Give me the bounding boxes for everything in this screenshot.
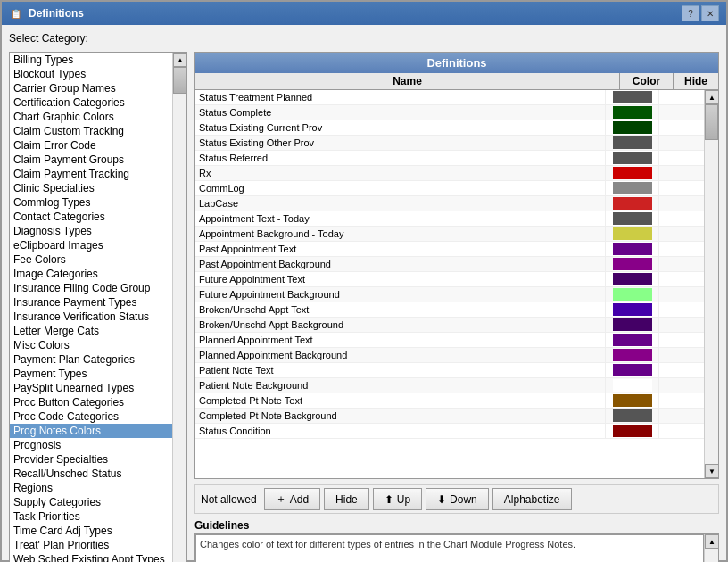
- scroll-up-arrow[interactable]: ▲: [173, 53, 186, 67]
- color-cell[interactable]: [606, 242, 659, 256]
- color-cell[interactable]: [606, 90, 659, 104]
- list-item[interactable]: Chart Graphic Colors: [10, 110, 172, 124]
- color-cell[interactable]: [606, 120, 659, 135]
- table-row[interactable]: Patient Note Text: [195, 363, 704, 378]
- list-item[interactable]: Billing Types: [10, 53, 172, 67]
- list-item[interactable]: Insurance Filing Code Group: [10, 281, 172, 295]
- color-cell[interactable]: [606, 333, 659, 347]
- color-cell[interactable]: [606, 287, 659, 302]
- color-cell[interactable]: [606, 348, 659, 362]
- table-row[interactable]: Status Referred: [195, 151, 704, 166]
- list-item[interactable]: Claim Error Code: [10, 138, 172, 153]
- color-cell[interactable]: [606, 151, 659, 165]
- table-row[interactable]: Status Complete: [195, 105, 704, 120]
- hide-button[interactable]: Hide: [324, 488, 369, 510]
- table-row[interactable]: Planned Appointment Text: [195, 333, 704, 348]
- table-row[interactable]: Past Appointment Text: [195, 242, 704, 257]
- table-row[interactable]: Patient Note Background: [195, 378, 704, 393]
- list-item[interactable]: Claim Custom Tracking: [10, 124, 172, 138]
- list-item[interactable]: Commlog Types: [10, 195, 172, 210]
- list-item[interactable]: PaySplit Unearned Types: [10, 381, 172, 395]
- list-item[interactable]: Claim Payment Tracking: [10, 167, 172, 181]
- list-item[interactable]: Time Card Adj Types: [10, 524, 172, 538]
- add-button[interactable]: ＋ Add: [264, 488, 320, 510]
- list-item[interactable]: Proc Code Categories: [10, 409, 172, 424]
- list-item[interactable]: Fee Colors: [10, 252, 172, 267]
- list-item[interactable]: Supply Categories: [10, 495, 172, 509]
- color-cell[interactable]: [606, 196, 659, 211]
- guidelines-scroll-track[interactable]: [705, 549, 718, 562]
- color-cell[interactable]: [606, 393, 659, 408]
- table-row[interactable]: Completed Pt Note Background: [195, 409, 704, 424]
- color-cell[interactable]: [606, 166, 659, 180]
- color-cell[interactable]: [606, 257, 659, 271]
- guidelines-scrollbar[interactable]: ▲ ▼: [704, 534, 718, 562]
- table-scroll-down[interactable]: ▼: [705, 464, 718, 478]
- color-cell[interactable]: [606, 302, 659, 317]
- alphabetize-button[interactable]: Alphabetize: [492, 488, 572, 510]
- color-cell[interactable]: [606, 272, 659, 286]
- color-cell[interactable]: [606, 105, 659, 120]
- table-scroll-up[interactable]: ▲: [705, 90, 718, 104]
- list-item[interactable]: Diagnosis Types: [10, 224, 172, 238]
- list-item[interactable]: Proc Button Categories: [10, 395, 172, 409]
- list-item[interactable]: Certification Categories: [10, 95, 172, 110]
- list-item[interactable]: Letter Merge Cats: [10, 324, 172, 338]
- list-item[interactable]: Provider Specialties: [10, 452, 172, 467]
- left-panel-scrollbar[interactable]: ▲ ▼: [172, 53, 186, 562]
- list-item[interactable]: Task Priorities: [10, 509, 172, 524]
- list-item[interactable]: Image Categories: [10, 267, 172, 281]
- list-item[interactable]: Claim Payment Groups: [10, 153, 172, 167]
- list-item[interactable]: Treat' Plan Priorities: [10, 538, 172, 552]
- category-list[interactable]: Billing TypesBlockout TypesCarrier Group…: [10, 53, 172, 562]
- color-cell[interactable]: [606, 409, 659, 423]
- table-scroll-track[interactable]: [705, 104, 718, 464]
- list-item[interactable]: Prognosis: [10, 438, 172, 452]
- color-cell[interactable]: [606, 181, 659, 195]
- table-row[interactable]: LabCase: [195, 196, 704, 211]
- table-row[interactable]: CommLog: [195, 181, 704, 196]
- table-row[interactable]: Future Appointment Background: [195, 287, 704, 302]
- list-item[interactable]: Carrier Group Names: [10, 81, 172, 95]
- guidelines-scroll-up[interactable]: ▲: [705, 534, 719, 549]
- table-row[interactable]: Planned Appointment Background: [195, 348, 704, 363]
- list-item[interactable]: Regions: [10, 481, 172, 495]
- table-row[interactable]: Broken/Unschd Appt Text: [195, 302, 704, 318]
- list-item[interactable]: eClipboard Images: [10, 238, 172, 252]
- up-button[interactable]: ⬆ Up: [373, 488, 422, 510]
- table-row[interactable]: Completed Pt Note Text: [195, 393, 704, 409]
- table-row[interactable]: Status Treatment Planned: [195, 90, 704, 105]
- list-item[interactable]: Clinic Specialties: [10, 181, 172, 195]
- table-scroll-thumb[interactable]: [705, 104, 718, 140]
- list-item[interactable]: Insurance Payment Types: [10, 295, 172, 310]
- color-cell[interactable]: [606, 227, 659, 241]
- table-row[interactable]: Future Appointment Text: [195, 272, 704, 287]
- table-row[interactable]: Past Appointment Background: [195, 257, 704, 272]
- table-row[interactable]: Status Existing Current Prov: [195, 120, 704, 136]
- table-row[interactable]: Status Existing Other Prov: [195, 136, 704, 151]
- help-button[interactable]: ?: [682, 5, 699, 21]
- list-item[interactable]: Blockout Types: [10, 67, 172, 81]
- list-item[interactable]: Prog Notes Colors: [10, 424, 172, 438]
- list-item[interactable]: Recall/Unsched Status: [10, 467, 172, 481]
- scroll-track[interactable]: [173, 67, 186, 562]
- table-row[interactable]: Appointment Text - Today: [195, 211, 704, 227]
- down-button[interactable]: ⬇ Down: [426, 488, 489, 510]
- table-row[interactable]: Appointment Background - Today: [195, 227, 704, 242]
- color-cell[interactable]: [606, 211, 659, 226]
- color-cell[interactable]: [606, 378, 659, 393]
- color-cell[interactable]: [606, 363, 659, 377]
- list-item[interactable]: Web Sched Existing Appt Types: [10, 552, 172, 562]
- table-row[interactable]: Status Condition: [195, 424, 704, 439]
- scroll-thumb[interactable]: [173, 67, 186, 94]
- color-cell[interactable]: [606, 424, 659, 438]
- table-body[interactable]: Status Treatment PlannedStatus CompleteS…: [195, 90, 704, 478]
- table-scrollbar[interactable]: ▲ ▼: [704, 90, 718, 478]
- close-window-button[interactable]: ✕: [701, 5, 719, 21]
- table-row[interactable]: Rx: [195, 166, 704, 181]
- table-row[interactable]: Broken/Unschd Appt Background: [195, 318, 704, 333]
- color-cell[interactable]: [606, 318, 659, 332]
- list-item[interactable]: Payment Types: [10, 367, 172, 381]
- list-item[interactable]: Payment Plan Categories: [10, 352, 172, 367]
- list-item[interactable]: Misc Colors: [10, 338, 172, 352]
